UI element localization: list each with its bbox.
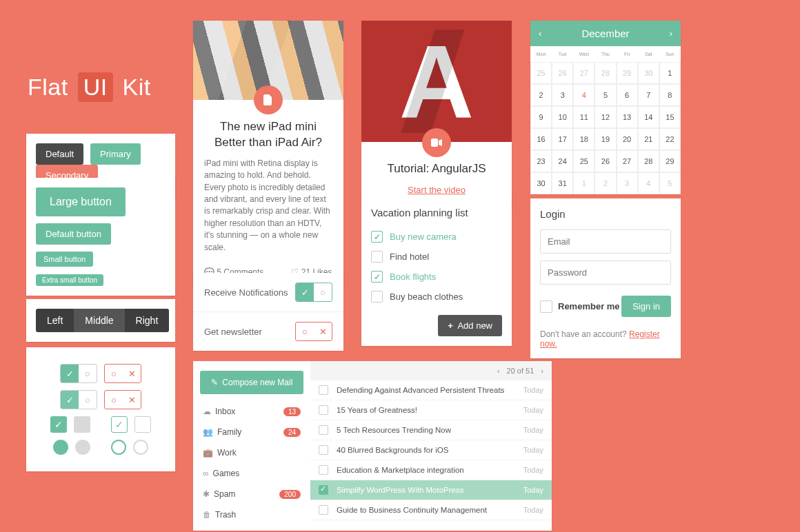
calendar-prev-button[interactable]: ‹ bbox=[539, 28, 541, 39]
mail-row[interactable]: 5 Tech Resources Trending NowToday bbox=[310, 420, 552, 440]
extra-small-button[interactable]: Extra small button bbox=[36, 274, 103, 286]
calendar-day[interactable]: 25 bbox=[530, 62, 552, 84]
toggle-on-outline[interactable]: ✓○ bbox=[60, 390, 97, 409]
segment-left[interactable]: Left bbox=[36, 309, 74, 332]
large-button[interactable]: Large button bbox=[36, 187, 126, 216]
radio-checked-filled[interactable] bbox=[53, 440, 68, 455]
mail-row[interactable]: Guide to Business Continuity ManagementT… bbox=[310, 500, 552, 520]
calendar-day[interactable]: 13 bbox=[617, 106, 638, 128]
calendar-day[interactable]: 29 bbox=[659, 150, 681, 172]
calendar-day[interactable]: 3 bbox=[617, 172, 638, 194]
checklist-checkbox[interactable] bbox=[371, 231, 383, 243]
radio-unchecked-filled[interactable] bbox=[75, 440, 90, 455]
checklist-item[interactable]: Book flights bbox=[371, 267, 502, 287]
mail-folder[interactable]: ☁Inbox13 bbox=[200, 401, 303, 422]
remember-me-checkbox[interactable] bbox=[540, 300, 552, 313]
calendar-day[interactable]: 4 bbox=[638, 172, 659, 194]
checklist-checkbox[interactable] bbox=[371, 251, 383, 263]
calendar-day[interactable]: 1 bbox=[659, 62, 681, 84]
calendar-day[interactable]: 22 bbox=[659, 128, 681, 150]
segment-right[interactable]: Right bbox=[125, 309, 170, 332]
toggle-off-outline[interactable]: ○✕ bbox=[104, 390, 141, 409]
mail-folder[interactable]: 💼Work bbox=[200, 442, 303, 463]
calendar-day[interactable]: 7 bbox=[638, 84, 659, 106]
calendar-day[interactable]: 19 bbox=[594, 128, 616, 150]
mail-row[interactable]: Simplify WordPress With MotoPressToday bbox=[310, 480, 552, 500]
default-size-button[interactable]: Default button bbox=[36, 223, 111, 245]
radio-checked-outline[interactable] bbox=[111, 440, 126, 455]
checkbox-checked-outline[interactable]: ✓ bbox=[111, 416, 128, 433]
mail-row[interactable]: 40 Blurred Backgrounds for iOSToday bbox=[310, 440, 552, 460]
calendar-day[interactable]: 31 bbox=[552, 172, 573, 194]
calendar-day[interactable]: 30 bbox=[530, 172, 552, 194]
calendar-day[interactable]: 6 bbox=[617, 84, 638, 106]
segmented-control[interactable]: Left Middle Right bbox=[36, 309, 169, 332]
mail-row-checkbox[interactable] bbox=[319, 485, 328, 495]
signin-button[interactable]: Sign in bbox=[621, 296, 671, 317]
add-new-button[interactable]: + Add new bbox=[438, 315, 502, 336]
mail-row[interactable]: Defending Against Advanced Persistent Th… bbox=[310, 380, 552, 400]
start-video-link[interactable]: Start the video bbox=[408, 185, 466, 195]
calendar-day[interactable]: 24 bbox=[552, 150, 573, 172]
mail-row[interactable]: Education & Marketplace integrationToday bbox=[310, 460, 552, 480]
notifications-toggle[interactable]: ✓○ bbox=[295, 283, 332, 302]
mail-folder[interactable]: 👥Family24 bbox=[200, 422, 303, 442]
calendar-day[interactable]: 11 bbox=[573, 106, 594, 128]
mail-row[interactable]: 15 Years of Greatness!Today bbox=[310, 400, 552, 420]
calendar-day[interactable]: 12 bbox=[594, 106, 616, 128]
calendar-day[interactable]: 2 bbox=[594, 172, 616, 194]
checklist-item[interactable]: Buy beach clothes bbox=[371, 287, 502, 307]
mail-row-checkbox[interactable] bbox=[319, 445, 328, 455]
calendar-day[interactable]: 25 bbox=[573, 150, 594, 172]
email-field[interactable] bbox=[540, 229, 671, 254]
calendar-day[interactable]: 17 bbox=[552, 128, 573, 150]
newsletter-toggle[interactable]: ○✕ bbox=[295, 322, 332, 341]
calendar-day[interactable]: 5 bbox=[659, 172, 681, 194]
calendar-next-button[interactable]: › bbox=[670, 28, 672, 39]
checklist-checkbox[interactable] bbox=[371, 291, 383, 303]
checklist-item[interactable]: Buy new camera bbox=[371, 227, 502, 247]
calendar-day[interactable]: 27 bbox=[617, 150, 638, 172]
radio-unchecked-outline[interactable] bbox=[133, 440, 148, 455]
calendar-day[interactable]: 3 bbox=[552, 84, 573, 106]
mail-next-page[interactable]: › bbox=[541, 367, 543, 375]
calendar-day[interactable]: 27 bbox=[573, 62, 594, 84]
mail-row-checkbox[interactable] bbox=[319, 385, 328, 395]
calendar-day[interactable]: 23 bbox=[530, 150, 552, 172]
calendar-day[interactable]: 28 bbox=[594, 62, 616, 84]
calendar-day[interactable]: 20 bbox=[617, 128, 638, 150]
mail-row-checkbox[interactable] bbox=[319, 425, 328, 435]
compose-button[interactable]: ✎ Compose new Mail bbox=[200, 371, 303, 394]
mail-folder[interactable]: ∞Games bbox=[200, 463, 303, 484]
small-button[interactable]: Small button bbox=[36, 252, 93, 267]
calendar-day[interactable]: 2 bbox=[530, 84, 552, 106]
calendar-day[interactable]: 14 bbox=[638, 106, 659, 128]
checkbox-checked-filled[interactable]: ✓ bbox=[50, 416, 67, 433]
segment-middle[interactable]: Middle bbox=[74, 309, 124, 332]
checklist-checkbox[interactable] bbox=[371, 271, 383, 283]
calendar-day[interactable]: 30 bbox=[638, 62, 659, 84]
password-field[interactable] bbox=[540, 260, 671, 285]
checkbox-unchecked-outline[interactable] bbox=[134, 416, 151, 433]
calendar-day[interactable]: 28 bbox=[638, 150, 659, 172]
checklist-item[interactable]: Find hotel bbox=[371, 247, 502, 267]
remember-me-label[interactable]: Remember me bbox=[540, 300, 620, 313]
mail-folder[interactable]: 🗑Trash bbox=[200, 504, 303, 525]
mail-row-checkbox[interactable] bbox=[319, 505, 328, 515]
calendar-day[interactable]: 15 bbox=[659, 106, 681, 128]
calendar-day[interactable]: 10 bbox=[552, 106, 573, 128]
calendar-day[interactable]: 18 bbox=[573, 128, 594, 150]
calendar-day[interactable]: 8 bbox=[659, 84, 681, 106]
primary-button[interactable]: Primary bbox=[90, 143, 141, 165]
checkbox-unchecked-filled[interactable] bbox=[74, 416, 90, 433]
calendar-day[interactable]: 16 bbox=[530, 128, 552, 150]
calendar-day[interactable]: 9 bbox=[530, 106, 552, 128]
calendar-day[interactable]: 4 bbox=[573, 84, 594, 106]
mail-folder[interactable]: ✱Spam200 bbox=[200, 484, 303, 504]
calendar-day[interactable]: 5 bbox=[594, 84, 616, 106]
mail-row-checkbox[interactable] bbox=[319, 465, 328, 475]
mail-prev-page[interactable]: ‹ bbox=[497, 367, 500, 375]
mail-row-checkbox[interactable] bbox=[319, 405, 328, 415]
calendar-day[interactable]: 29 bbox=[617, 62, 638, 84]
toggle-off-filled[interactable]: ○✕ bbox=[104, 364, 141, 383]
